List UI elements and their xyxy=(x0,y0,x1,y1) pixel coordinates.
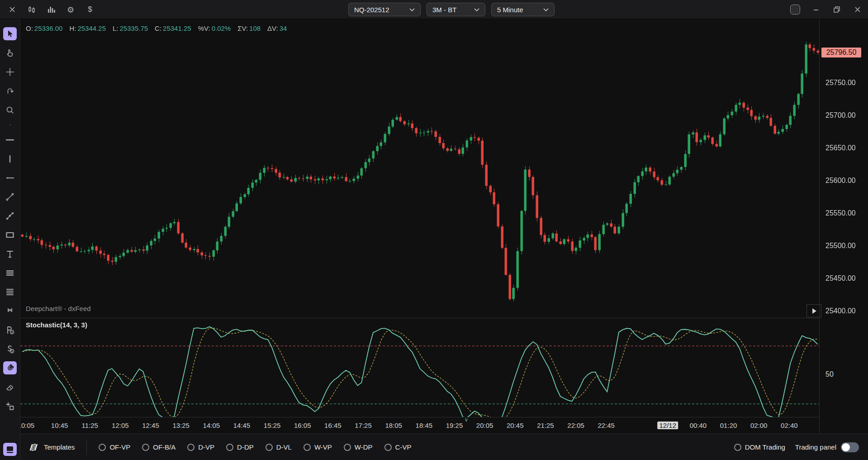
templates-label: Templates xyxy=(44,443,75,451)
time-axis-label: 18:05 xyxy=(385,422,402,429)
buy-order-icon: $ xyxy=(5,325,15,335)
svg-text:$: $ xyxy=(11,331,13,334)
sell-order-tool[interactable]: $ xyxy=(3,342,17,355)
radio-d-vl[interactable]: D-VL xyxy=(266,443,292,451)
symbol-dropdown[interactable]: NQ-202512 xyxy=(348,3,421,16)
cursor-tool[interactable] xyxy=(3,27,17,40)
lines-3-icon xyxy=(5,268,15,278)
radio-circle-icon xyxy=(226,444,233,451)
radio-circle-icon xyxy=(142,444,149,451)
time-axis-label: 15:25 xyxy=(264,422,281,429)
window-controls xyxy=(790,0,863,19)
radio-w-vp[interactable]: W-VP xyxy=(304,443,332,451)
text-icon xyxy=(5,249,15,259)
snapshot-icon[interactable] xyxy=(790,5,800,14)
timeframe-dropdown[interactable]: 5 Minute xyxy=(491,3,555,16)
hand-tool[interactable] xyxy=(3,46,17,59)
time-axis-label: 16:45 xyxy=(324,422,342,429)
price-tick-label: 25450.00 xyxy=(825,274,856,283)
loop-arrow-tool[interactable] xyxy=(3,84,17,97)
candlestick-canvas[interactable] xyxy=(20,19,820,317)
horizontal-line-tool[interactable] xyxy=(3,133,17,146)
candlestick-chart-icon[interactable] xyxy=(27,5,37,14)
stochastic-title: Stochastic(14, 3, 3) xyxy=(26,321,87,329)
radio-circle-icon xyxy=(187,444,194,451)
layout-panel-tool[interactable] xyxy=(3,443,17,456)
buy-order-tool[interactable]: $ xyxy=(3,323,17,336)
lines-4-icon xyxy=(5,287,15,297)
radio-w-dp[interactable]: W-DP xyxy=(344,443,373,451)
stochastic-canvas[interactable] xyxy=(20,318,820,417)
pattern-flag-tool[interactable] xyxy=(3,304,17,317)
settings-gear-icon[interactable]: ⚙ xyxy=(66,5,76,14)
time-axis[interactable]: 10:0510:4511:2512:0512:4513:2514:0514:45… xyxy=(20,418,820,434)
lines-4-tool[interactable] xyxy=(3,285,17,298)
rectangle-tool[interactable] xyxy=(3,228,17,241)
horizontal-ray-tool[interactable] xyxy=(3,171,17,184)
radio-of-b/a[interactable]: OF-B/A xyxy=(142,443,175,451)
vertical-line-tool[interactable] xyxy=(3,152,17,165)
radio-d-dp[interactable]: D-DP xyxy=(226,443,254,451)
chevron-down-icon xyxy=(474,8,479,11)
restore-button[interactable] xyxy=(832,5,842,14)
stochastic-panel[interactable]: Stochastic(14, 3, 3) xyxy=(20,318,820,417)
toggle-knob xyxy=(842,443,850,451)
chevron-down-icon xyxy=(409,8,415,11)
rectangle-icon xyxy=(5,230,15,240)
radio-d-vp[interactable]: D-VP xyxy=(187,443,214,451)
time-axis-label: 18:45 xyxy=(416,422,433,429)
templates-button[interactable]: Templates xyxy=(29,443,75,452)
radio-circle-icon xyxy=(99,444,106,451)
horizontal-line-icon xyxy=(5,134,15,145)
magnet-icon xyxy=(5,363,15,374)
time-axis-label: 16:05 xyxy=(294,422,311,429)
trading-panel-toggle[interactable] xyxy=(841,442,859,452)
dollar-icon[interactable]: $ xyxy=(85,5,95,14)
price-tick-label: 25650.00 xyxy=(825,144,856,152)
price-tick-label: 25400.00 xyxy=(825,307,856,315)
crosshair-icon xyxy=(5,67,15,77)
ohlc-field: %V:0.02% xyxy=(198,24,231,32)
price-tick-label: 25550.00 xyxy=(825,209,856,217)
lines-3-tool[interactable] xyxy=(3,266,17,279)
time-axis-label: 19:25 xyxy=(446,422,463,429)
vertical-line-icon xyxy=(5,153,15,164)
time-axis-label: 14:45 xyxy=(233,422,251,429)
dom-trading-radio[interactable]: DOM Trading xyxy=(734,443,785,451)
time-axis-label: 20:05 xyxy=(476,422,493,429)
radio-circle-icon xyxy=(344,444,351,451)
date-label: 12/12 xyxy=(657,422,678,429)
close-button[interactable] xyxy=(853,5,863,14)
price-axis-divider xyxy=(819,19,820,434)
ohlc-field: L:25335.75 xyxy=(113,24,148,32)
time-axis-label: 12:45 xyxy=(142,422,159,429)
magnet-tool[interactable] xyxy=(3,361,17,374)
loop-arrow-icon xyxy=(5,86,15,96)
time-axis-label: 20:45 xyxy=(507,422,524,429)
time-axis-label: 12:05 xyxy=(112,422,129,429)
chevron-down-icon xyxy=(543,8,549,11)
time-axis-label: 02:00 xyxy=(750,422,768,429)
radio-circle-icon xyxy=(384,444,392,451)
eraser-tool[interactable] xyxy=(3,380,17,393)
contract-dropdown[interactable]: 3M - BT xyxy=(427,3,485,16)
trend-line-tool[interactable] xyxy=(3,190,17,203)
radio-c-vp[interactable]: C-VP xyxy=(384,443,412,451)
polyline-tool[interactable] xyxy=(3,209,17,222)
price-tick-label: 25600.00 xyxy=(825,177,856,185)
crosshair-tool[interactable] xyxy=(3,65,17,78)
session-marker-icon: ∨ xyxy=(465,418,469,423)
add-panel-tool[interactable] xyxy=(3,399,17,412)
minimize-button[interactable] xyxy=(811,5,821,14)
symbol-dropdown-value: NQ-202512 xyxy=(354,6,389,14)
time-axis-label: 14:05 xyxy=(203,422,220,429)
time-axis-label: 13:25 xyxy=(172,422,190,429)
text-tool[interactable] xyxy=(3,247,17,260)
magnifier-tool[interactable] xyxy=(3,103,17,116)
template-radios: OF-VPOF-B/AD-VPD-DPD-VLW-VPW-DPC-VP xyxy=(99,443,411,451)
volume-columns-icon[interactable] xyxy=(46,5,56,14)
last-price-badge: 25796.50 xyxy=(821,48,861,58)
close-workspace-icon[interactable] xyxy=(7,5,17,14)
radio-of-vp[interactable]: OF-VP xyxy=(99,443,130,451)
price-tick-label: 25750.00 xyxy=(825,79,856,87)
